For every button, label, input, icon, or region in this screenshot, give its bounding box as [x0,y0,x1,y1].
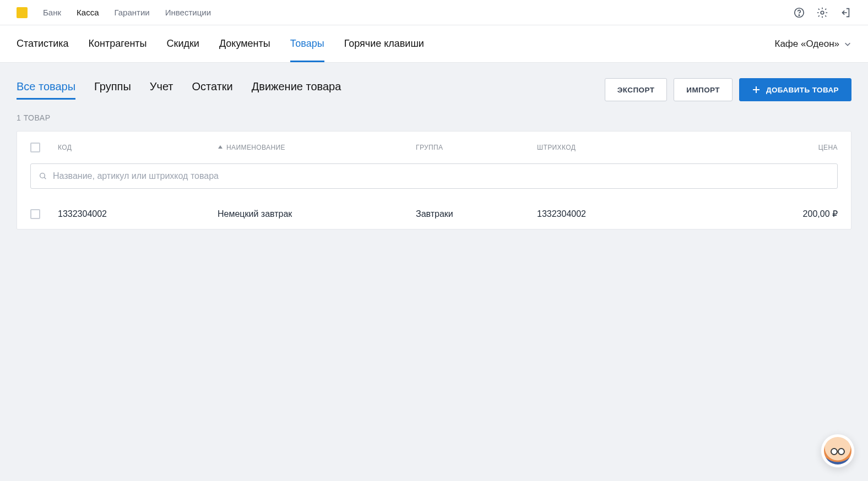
export-button[interactable]: ЭКСПОРТ [605,78,668,101]
sub-nav-goods[interactable]: Товары [290,25,324,62]
svg-point-2 [821,11,824,14]
column-header-group[interactable]: ГРУППА [416,144,537,151]
filter-tab-movement[interactable]: Движение товара [252,80,341,100]
help-icon[interactable] [793,7,805,19]
column-header-price[interactable]: ЦЕНА [680,144,838,151]
top-nav-kassa[interactable]: Касса [77,8,99,17]
gear-icon[interactable] [816,7,828,19]
sub-nav: Статистика Контрагенты Скидки Документы … [17,25,775,62]
sub-bar: Статистика Контрагенты Скидки Документы … [0,25,868,63]
chevron-down-icon [844,40,851,48]
organization-name: Кафе «Одеон» [775,39,840,50]
row-code: 1332304002 [58,209,218,219]
top-nav: Банк Касса Гарантии Инвестиции [43,8,793,17]
filter-tab-stock[interactable]: Остатки [192,80,233,100]
logout-icon[interactable] [839,7,851,19]
search-input[interactable] [53,171,829,181]
row-name: Немецкий завтрак [218,209,416,219]
filter-tab-groups[interactable]: Группы [94,80,131,100]
table-search-wrap [17,160,851,199]
select-all-checkbox[interactable] [30,143,40,152]
sub-nav-statistics[interactable]: Статистика [17,25,69,62]
filter-tab-accounting[interactable]: Учет [150,80,173,100]
table-search-box[interactable] [30,163,838,189]
table-header-row: КОД НАИМЕНОВАНИЕ ГРУППА ШТРИХКОД ЦЕНА [17,132,851,160]
column-header-name-label: НАИМЕНОВАНИЕ [226,144,285,151]
search-icon [39,172,47,181]
logo-icon [17,7,28,18]
plus-icon [752,85,761,94]
content: Все товары Группы Учет Остатки Движение … [0,63,868,245]
top-icons [793,7,851,19]
column-header-name[interactable]: НАИМЕНОВАНИЕ [218,144,416,151]
top-nav-guarantees[interactable]: Гарантии [114,8,149,17]
table-row[interactable]: 1332304002 Немецкий завтрак Завтраки 133… [17,199,851,229]
add-product-button[interactable]: ДОБАВИТЬ ТОВАР [739,78,851,101]
product-count-label: 1 ТОВАР [17,113,851,122]
row-price: 200,00 ₽ [680,209,838,219]
sub-nav-hotkeys[interactable]: Горячие клавиши [344,25,424,62]
top-nav-investments[interactable]: Инвестиции [165,8,211,17]
filter-tab-all-goods[interactable]: Все товары [17,80,75,100]
organization-selector[interactable]: Кафе «Одеон» [775,39,852,50]
import-button[interactable]: ИМПОРТ [674,78,733,101]
row-barcode: 1332304002 [537,209,680,219]
column-header-barcode[interactable]: ШТРИХКОД [537,144,680,151]
top-nav-bank[interactable]: Банк [43,8,61,17]
row-checkbox[interactable] [30,209,40,219]
row-group: Завтраки [416,209,537,219]
products-table: КОД НАИМЕНОВАНИЕ ГРУППА ШТРИХКОД ЦЕНА 13… [17,131,851,229]
sub-nav-discounts[interactable]: Скидки [167,25,199,62]
filter-tabs: Все товары Группы Учет Остатки Движение … [17,80,605,100]
column-header-code[interactable]: КОД [58,144,218,151]
sort-asc-icon [218,145,223,150]
sub-nav-counterparties[interactable]: Контрагенты [89,25,147,62]
action-buttons: ЭКСПОРТ ИМПОРТ ДОБАВИТЬ ТОВАР [605,78,851,101]
sub-nav-documents[interactable]: Документы [219,25,270,62]
svg-point-3 [40,173,45,178]
add-product-label: ДОБАВИТЬ ТОВАР [766,86,839,94]
filter-row: Все товары Группы Учет Остатки Движение … [17,78,851,101]
svg-point-1 [799,14,799,15]
top-bar: Банк Касса Гарантии Инвестиции [0,0,868,25]
